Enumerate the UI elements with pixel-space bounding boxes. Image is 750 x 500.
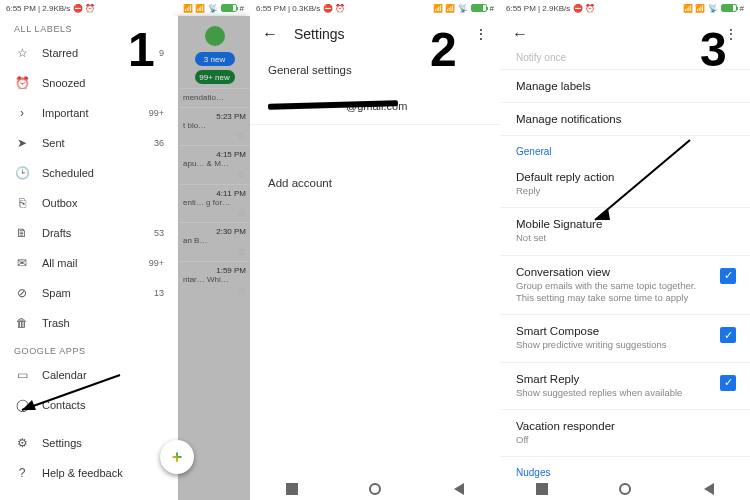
- annotation-1: 1: [128, 22, 155, 77]
- section-google-apps: GOOGLE APPS: [0, 338, 178, 360]
- chip-new-green[interactable]: 99+ new: [195, 70, 235, 84]
- checkbox-icon[interactable]: ✓: [720, 327, 736, 343]
- drawer-item-trash[interactable]: 🗑Trash: [0, 308, 178, 338]
- allmail-icon: ✉: [14, 256, 30, 270]
- drawer-item-important[interactable]: ›Important99+: [0, 98, 178, 128]
- svg-line-0: [22, 375, 120, 410]
- settings-row-account[interactable]: @gmail.com: [250, 88, 500, 124]
- compose-fab[interactable]: +: [160, 440, 194, 474]
- panel-drawer: 6:55 PM | 2.9KB/s ⛔ ⏰ 📶 📶 📡 # ALL LABELS…: [0, 0, 250, 500]
- drawer-item-sent[interactable]: ➤Sent36: [0, 128, 178, 158]
- android-navbar: [250, 478, 500, 500]
- drawer-item-spam[interactable]: ⊘Spam13: [0, 278, 178, 308]
- spam-icon: ⊘: [14, 286, 30, 300]
- settings-row-add-account[interactable]: Add account: [250, 165, 500, 201]
- gear-icon: ⚙: [14, 436, 30, 450]
- back-icon[interactable]: ←: [262, 25, 278, 43]
- mail-row[interactable]: 1:59 PMntar… Whi…☆: [179, 261, 250, 300]
- panel-settings-detail: 6:55 PM | 2.9KB/s ⛔ ⏰ 📶 📶 📡 # ← ⋮ Notify…: [500, 0, 750, 500]
- nav-home[interactable]: [369, 483, 381, 495]
- annotation-2: 2: [430, 22, 457, 77]
- settings-row-general[interactable]: General settings: [250, 52, 500, 88]
- star-icon[interactable]: ☆: [183, 207, 246, 218]
- annotation-arrow-3: [580, 130, 700, 230]
- avatar[interactable]: [205, 26, 225, 46]
- annotation-3: 3: [700, 22, 727, 77]
- svg-line-2: [595, 140, 690, 220]
- drawer-item-allmail[interactable]: ✉All mail99+: [0, 248, 178, 278]
- inbox-preview[interactable]: 3 new 99+ new mendatio… 5:23 PMt blo…☆ 4…: [178, 16, 250, 500]
- more-icon[interactable]: ⋮: [474, 26, 488, 42]
- status-bar: 6:55 PM | 0.3KB/s ⛔ ⏰ 📶 📶 📡 #: [250, 0, 500, 16]
- draft-icon: 🗎: [14, 226, 30, 240]
- android-navbar: [500, 478, 750, 500]
- nav-recent[interactable]: [536, 483, 548, 495]
- navigation-drawer: ALL LABELS ☆Starred9 ⏰Snoozed ›Important…: [0, 16, 178, 500]
- star-icon: ☆: [14, 46, 30, 60]
- chip-new-blue[interactable]: 3 new: [195, 52, 235, 66]
- nav-back[interactable]: [452, 483, 464, 495]
- nav-recent[interactable]: [286, 483, 298, 495]
- nav-back[interactable]: [702, 483, 714, 495]
- status-bar: 6:55 PM | 2.9KB/s ⛔ ⏰ 📶 📶 📡 #: [500, 0, 750, 16]
- star-icon[interactable]: ☆: [183, 246, 246, 257]
- outbox-icon: ⎘: [14, 196, 30, 210]
- mail-row[interactable]: 4:15 PMapu… & M…☆: [179, 145, 250, 184]
- drawer-item-outbox[interactable]: ⎘Outbox: [0, 188, 178, 218]
- drawer-item-drafts[interactable]: 🗎Drafts53: [0, 218, 178, 248]
- setting-smart-compose[interactable]: Smart ComposeShow predictive writing sug…: [500, 315, 750, 361]
- star-icon[interactable]: ☆: [183, 169, 246, 180]
- nav-home[interactable]: [619, 483, 631, 495]
- setting-conversation-view[interactable]: Conversation viewGroup emails with the s…: [500, 256, 750, 315]
- help-icon: ?: [14, 466, 30, 480]
- setting-smart-reply[interactable]: Smart ReplyShow suggested replies when a…: [500, 363, 750, 409]
- star-icon[interactable]: ☆: [183, 130, 246, 141]
- checkbox-icon[interactable]: ✓: [720, 268, 736, 284]
- mail-row[interactable]: 4:11 PMenti… g for…☆: [179, 184, 250, 223]
- mail-row[interactable]: 5:23 PMt blo…☆: [179, 107, 250, 146]
- svg-marker-3: [595, 208, 610, 220]
- annotation-arrow-1: [10, 370, 130, 420]
- drawer-item-settings[interactable]: ⚙Settings: [0, 428, 178, 458]
- app-bar: ← Settings ⋮: [250, 16, 500, 52]
- star-icon[interactable]: ☆: [183, 285, 246, 296]
- drawer-item-scheduled[interactable]: 🕒Scheduled: [0, 158, 178, 188]
- plus-icon: +: [172, 447, 183, 468]
- schedule-icon: 🕒: [14, 166, 30, 180]
- setting-vacation-responder[interactable]: Vacation responderOff: [500, 410, 750, 456]
- checkbox-icon[interactable]: ✓: [720, 375, 736, 391]
- trash-icon: 🗑: [14, 316, 30, 330]
- drawer-item-help[interactable]: ?Help & feedback: [0, 458, 178, 488]
- back-icon[interactable]: ←: [512, 25, 528, 43]
- status-bar: 6:55 PM | 2.9KB/s ⛔ ⏰ 📶 📶 📡 #: [0, 0, 250, 16]
- mail-row[interactable]: 2:30 PMan B…☆: [179, 222, 250, 261]
- send-icon: ➤: [14, 136, 30, 150]
- panel-settings-list: 6:55 PM | 0.3KB/s ⛔ ⏰ 📶 📶 📡 # ← Settings…: [250, 0, 500, 500]
- important-icon: ›: [14, 106, 30, 120]
- svg-marker-1: [22, 400, 36, 410]
- clock-icon: ⏰: [14, 76, 30, 90]
